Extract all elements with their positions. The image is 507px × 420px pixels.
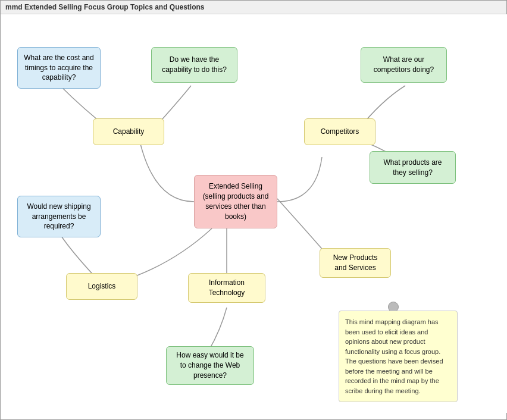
it-label: Information Technology [195,278,259,298]
canvas: Extended Selling (selling products and s… [1,14,507,413]
competitors-q2-node: What products are they selling? [370,151,456,184]
capability-label: Capability [113,127,145,137]
competitors-node: Competitors [304,118,375,145]
competitors-label: Competitors [321,127,359,137]
cost-node: What are the cost and timings to acquire… [17,47,101,89]
note-text: This mind mapping diagram has been used … [345,318,443,394]
web-label: How easy would it be to change the Web p… [173,350,248,380]
note-box: This mind mapping diagram has been used … [339,311,458,402]
capability-node: Capability [93,118,164,145]
cost-label: What are the cost and timings to acquire… [24,53,94,83]
window-title: mmd Extended Selling Focus Group Topics … [5,3,204,11]
capability-q-label: Do we have the capability to do this? [158,55,231,75]
window: mmd Extended Selling Focus Group Topics … [0,0,507,420]
it-node: Information Technology [188,273,265,303]
title-bar: mmd Extended Selling Focus Group Topics … [1,1,506,14]
shipping-node: Would new shipping arrangements be requi… [17,196,101,237]
competitors-q1-node: What are our competitors doing? [361,47,447,83]
center-node: Extended Selling (selling products and s… [194,175,277,228]
center-label: Extended Selling (selling products and s… [201,181,271,221]
shipping-label: Would new shipping arrangements be requi… [24,202,94,231]
competitors-q1-label: What are our competitors doing? [367,55,440,75]
newproducts-label: New Products and Services [326,253,384,273]
logistics-node: Logistics [66,273,137,300]
web-node: How easy would it be to change the Web p… [166,346,254,385]
capability-q-node: Do we have the capability to do this? [151,47,237,83]
competitors-q2-label: What products are they selling? [376,158,449,178]
newproducts-node: New Products and Services [320,248,391,278]
logistics-label: Logistics [88,281,116,292]
